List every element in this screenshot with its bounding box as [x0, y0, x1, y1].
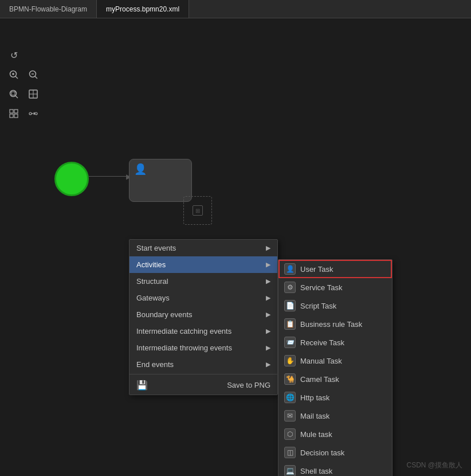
activities-submenu: 👤 User Task ⚙ Service Task 📄 Script Task…	[278, 259, 392, 476]
service-task-icon: ⚙	[284, 282, 296, 293]
menu-item-intermediate-catching[interactable]: Intermediate catching events ▶	[129, 323, 277, 340]
decision-task-icon: ◫	[284, 447, 296, 458]
submenu-item-service-task[interactable]: ⚙ Service Task	[278, 278, 392, 296]
arrow-icon: ▶	[266, 344, 270, 352]
camel-task-icon: 🐪	[284, 373, 296, 385]
svg-rect-15	[10, 114, 13, 118]
arrow-icon: ▶	[266, 278, 270, 285]
arrow-icon: ▶	[266, 361, 270, 368]
connection-line	[89, 176, 129, 177]
svg-line-6	[35, 76, 37, 79]
svg-rect-16	[14, 114, 18, 118]
svg-point-18	[35, 112, 37, 115]
submenu-item-business-rule-task[interactable]: 📋 Business rule Task	[278, 315, 392, 333]
menu-item-structural[interactable]: Structural ▶	[129, 273, 277, 290]
bpmn-start-event[interactable]	[54, 162, 89, 196]
submenu-item-manual-task[interactable]: ✋ Manual Task	[278, 352, 392, 370]
shell-task-icon: 💻	[284, 465, 296, 476]
arrow-icon: ▶	[266, 261, 270, 268]
undo-button[interactable]: ↺	[6, 47, 22, 63]
menu-item-intermediate-throwing[interactable]: Intermediate throwing events ▶	[129, 340, 277, 356]
arrow-icon: ▶	[266, 294, 270, 302]
tab-bpmn-diagram[interactable]: BPMN-Flowable-Diagram	[0, 0, 97, 18]
tab-bpmn-xml[interactable]: myProcess.bpmn20.xml	[97, 0, 189, 18]
zoom-out-button[interactable]	[25, 67, 41, 83]
svg-rect-14	[14, 110, 18, 113]
connect-button[interactable]	[25, 106, 41, 122]
submenu-item-user-task[interactable]: 👤 User Task	[278, 260, 392, 278]
arrow-icon: ▶	[266, 311, 270, 318]
manual-task-icon: ✋	[284, 355, 296, 366]
menu-item-start-events[interactable]: Start events ▶	[129, 240, 277, 256]
arrow-icon: ▶	[266, 327, 270, 335]
submenu-item-shell-task[interactable]: 💻 Shell task	[278, 462, 392, 476]
canvas: ↺	[0, 18, 471, 476]
submenu-item-decision-task[interactable]: ◫ Decision task	[278, 443, 392, 462]
submenu-item-receive-task[interactable]: 📨 Receive Task	[278, 333, 392, 352]
zoom-in-button[interactable]	[6, 67, 22, 83]
submenu-item-mail-task[interactable]: ✉ Mail task	[278, 407, 392, 425]
svg-point-7	[10, 91, 17, 97]
submenu-item-http-task[interactable]: 🌐 Http task	[278, 388, 392, 407]
save-icon: 💾	[136, 380, 148, 391]
mail-task-icon: ✉	[284, 410, 296, 422]
grid-button[interactable]	[6, 106, 22, 122]
submenu-item-script-task[interactable]: 📄 Script Task	[278, 296, 392, 315]
submenu-item-mule-task[interactable]: ⬡ Mule task	[278, 425, 392, 443]
business-rule-task-icon: 📋	[284, 318, 296, 330]
menu-item-end-events[interactable]: End events ▶	[129, 356, 277, 373]
svg-line-8	[15, 96, 18, 98]
menu-item-save-png[interactable]: 💾 Save to PNG	[129, 376, 277, 395]
tab-bar: BPMN-Flowable-Diagram myProcess.bpmn20.x…	[0, 0, 471, 18]
svg-point-17	[29, 112, 32, 115]
menu-item-gateways[interactable]: Gateways ▶	[129, 290, 277, 306]
menu-item-boundary-events[interactable]: Boundary events ▶	[129, 306, 277, 323]
zoom-reset-button[interactable]	[25, 86, 41, 102]
placeholder-icon: ⊞	[193, 205, 203, 216]
mule-task-icon: ⬡	[284, 428, 296, 440]
user-task-icon: 👤	[284, 263, 296, 275]
zoom-fit-button[interactable]	[6, 86, 22, 102]
svg-rect-9	[11, 92, 15, 95]
submenu-item-camel-task[interactable]: 🐪 Camel Task	[278, 370, 392, 388]
svg-rect-13	[10, 110, 13, 113]
watermark: CSDN @摸鱼散人	[406, 461, 462, 470]
http-task-icon: 🌐	[284, 392, 296, 403]
bpmn-task[interactable]: 👤	[129, 159, 192, 202]
menu-item-activities[interactable]: Activities ▶	[129, 256, 277, 273]
script-task-icon: 📄	[284, 300, 296, 311]
task-user-icon: 👤	[134, 163, 147, 175]
bpmn-placeholder[interactable]: ⊞	[183, 196, 212, 225]
svg-line-3	[15, 76, 18, 79]
arrow-icon: ▶	[266, 244, 270, 252]
receive-task-icon: 📨	[284, 337, 296, 348]
toolbar: ↺	[6, 47, 41, 122]
context-menu: Start events ▶ Activities ▶ Structural ▶…	[129, 239, 278, 395]
